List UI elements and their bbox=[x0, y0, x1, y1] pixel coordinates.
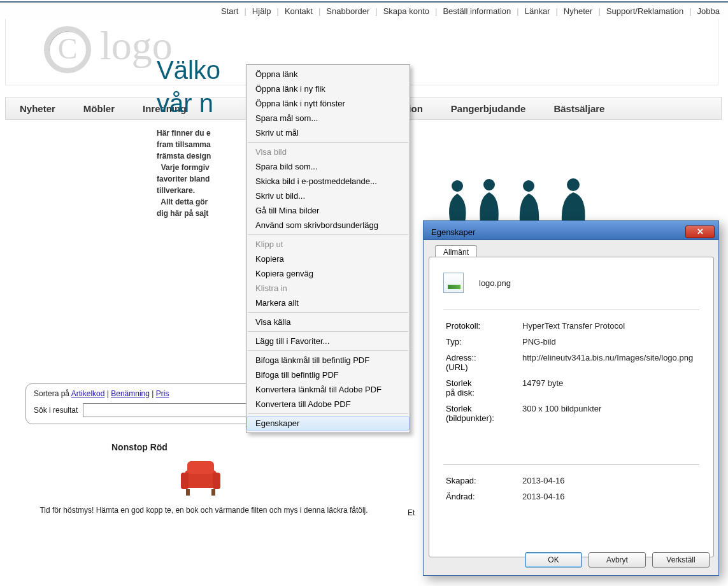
product-title: Nonstop Röd bbox=[111, 442, 168, 452]
prop-key: Storlekpå disk: bbox=[443, 375, 520, 401]
context-menu-item[interactable]: Öppna länk i nytt fönster bbox=[246, 96, 410, 111]
properties-table-1: Protokoll:HyperText Transfer ProtocolTyp… bbox=[443, 318, 699, 426]
prop-key: Skapad: bbox=[443, 473, 520, 489]
properties-table-2: Skapad:2013-04-16Ändrad:2013-04-16 bbox=[443, 473, 699, 504]
context-menu-item[interactable]: Bifoga till befintlig PDF bbox=[246, 368, 410, 382]
cancel-button[interactable]: Avbryt bbox=[589, 552, 646, 568]
search-label: Sök i resultat bbox=[34, 406, 78, 415]
context-menu: Öppna länkÖppna länk i ny flikÖppna länk… bbox=[246, 64, 410, 433]
file-icon bbox=[443, 273, 464, 293]
topnav-link[interactable]: Nyheter bbox=[562, 6, 595, 16]
apply-button[interactable]: Verkställ bbox=[652, 552, 710, 568]
prop-value: 2013-04-16 bbox=[520, 473, 699, 489]
copyright-icon: C bbox=[44, 26, 91, 73]
context-menu-item[interactable]: Spara bild som... bbox=[246, 159, 410, 174]
context-menu-item[interactable]: Skriv ut mål bbox=[246, 125, 410, 140]
context-menu-item[interactable]: Visa källa bbox=[246, 315, 410, 329]
top-utility-nav: Start|Hjälp|Kontakt|Snabborder|Skapa kon… bbox=[0, 1, 728, 19]
topnav-link[interactable]: Länkar bbox=[523, 6, 552, 16]
topnav-link[interactable]: Beställ information bbox=[441, 6, 513, 16]
context-menu-item[interactable]: Kopiera genväg bbox=[246, 266, 410, 281]
hero-title: Välko vår n bbox=[157, 54, 220, 120]
context-menu-item[interactable]: Bifoga länkmål till befintlig PDF bbox=[246, 353, 410, 368]
prop-value: http://elineutv341a.bis.nu/Images/site/l… bbox=[520, 350, 699, 375]
svg-point-2 bbox=[523, 180, 534, 192]
topnav-link[interactable]: Hjälp bbox=[250, 6, 273, 16]
prop-key: Adress::(URL) bbox=[443, 350, 520, 375]
context-menu-item[interactable]: Gå till Mina bilder bbox=[246, 203, 410, 218]
context-menu-item[interactable]: Lägg till i Favoriter... bbox=[246, 334, 410, 348]
sort-label: Sortera på bbox=[34, 389, 69, 398]
context-menu-item[interactable]: Skicka bild i e-postmeddelande... bbox=[246, 174, 410, 189]
close-icon: ✕ bbox=[697, 227, 704, 236]
svg-point-3 bbox=[567, 178, 580, 191]
properties-dialog: Egenskaper ✕ Allmänt logo.png Protokoll:… bbox=[423, 220, 719, 576]
svg-rect-7 bbox=[181, 473, 189, 489]
topnav-link[interactable]: Start bbox=[219, 6, 240, 16]
svg-rect-8 bbox=[213, 473, 220, 489]
context-menu-item[interactable]: Konvertera till Adobe PDF bbox=[246, 397, 410, 411]
context-menu-item[interactable]: Markera allt bbox=[246, 296, 410, 310]
prop-key: Typ: bbox=[443, 334, 520, 350]
context-menu-item[interactable]: Spara mål som... bbox=[246, 111, 410, 125]
dialog-body: logo.png Protokoll:HyperText Transfer Pr… bbox=[429, 257, 714, 557]
topnav-link[interactable]: Kontakt bbox=[283, 6, 315, 16]
topnav-link[interactable]: Snabborder bbox=[324, 6, 371, 16]
site-logo: Clogo bbox=[44, 22, 173, 73]
prop-value: 300 x 100 bildpunkter bbox=[520, 401, 699, 426]
prop-key: Protokoll: bbox=[443, 318, 520, 334]
dialog-titlebar[interactable]: Egenskaper ✕ bbox=[424, 221, 718, 240]
mainnav-item[interactable]: Möbler bbox=[69, 103, 129, 114]
context-menu-item[interactable]: Egenskaper bbox=[246, 416, 410, 431]
topnav-link[interactable]: Skapa konto bbox=[382, 6, 431, 16]
ok-button[interactable]: OK bbox=[525, 552, 582, 568]
mainnav-item[interactable]: Nyheter bbox=[6, 103, 69, 114]
svg-rect-10 bbox=[186, 489, 190, 496]
product-description: Tid för höstmys! Hämta en god kopp te, e… bbox=[38, 506, 369, 515]
prop-value: HyperText Transfer Protocol bbox=[520, 318, 699, 334]
dialog-title: Egenskaper bbox=[431, 227, 475, 237]
context-menu-item[interactable]: Kopiera bbox=[246, 252, 410, 266]
context-menu-item[interactable]: Öppna länk i ny flik bbox=[246, 82, 410, 96]
product-2-snippet: Et bbox=[408, 508, 415, 517]
prop-key: Storlek(bildpunkter): bbox=[443, 401, 520, 426]
svg-point-0 bbox=[452, 180, 463, 192]
context-menu-item: Klistra in bbox=[246, 281, 410, 296]
context-menu-item[interactable]: Öppna länk bbox=[246, 67, 410, 82]
topnav-link[interactable]: Jobba bbox=[696, 6, 722, 16]
sort-link-artikelkod[interactable]: Artikelkod bbox=[71, 389, 105, 398]
context-menu-item[interactable]: Skriv ut bild... bbox=[246, 189, 410, 203]
prop-value: PNG-bild bbox=[520, 334, 699, 350]
people-silhouette-graphic bbox=[446, 178, 599, 223]
prop-key: Ändrad: bbox=[443, 489, 520, 504]
mainnav-item[interactable]: Pangerbjudande bbox=[437, 103, 540, 114]
file-name: logo.png bbox=[479, 278, 511, 288]
product-image-armchair bbox=[178, 459, 223, 497]
mainnav-item[interactable]: Bästsäljare bbox=[539, 103, 618, 114]
prop-value: 14797 byte bbox=[520, 375, 699, 401]
context-menu-item: Klipp ut bbox=[246, 237, 410, 252]
close-button[interactable]: ✕ bbox=[685, 225, 715, 238]
svg-rect-11 bbox=[211, 489, 215, 496]
sort-link-pris[interactable]: Pris bbox=[156, 389, 169, 398]
context-menu-item[interactable]: Använd som skrivbordsunderlägg bbox=[246, 218, 410, 232]
svg-point-1 bbox=[483, 179, 495, 190]
context-menu-item: Visa bild bbox=[246, 145, 410, 159]
sort-link-benamning[interactable]: Benämning bbox=[111, 389, 150, 398]
topnav-link[interactable]: Support/Reklamation bbox=[604, 6, 685, 16]
context-menu-item[interactable]: Konvertera länkmål till Adobe PDF bbox=[246, 382, 410, 397]
svg-rect-9 bbox=[187, 461, 214, 474]
prop-value: 2013-04-16 bbox=[520, 489, 699, 504]
